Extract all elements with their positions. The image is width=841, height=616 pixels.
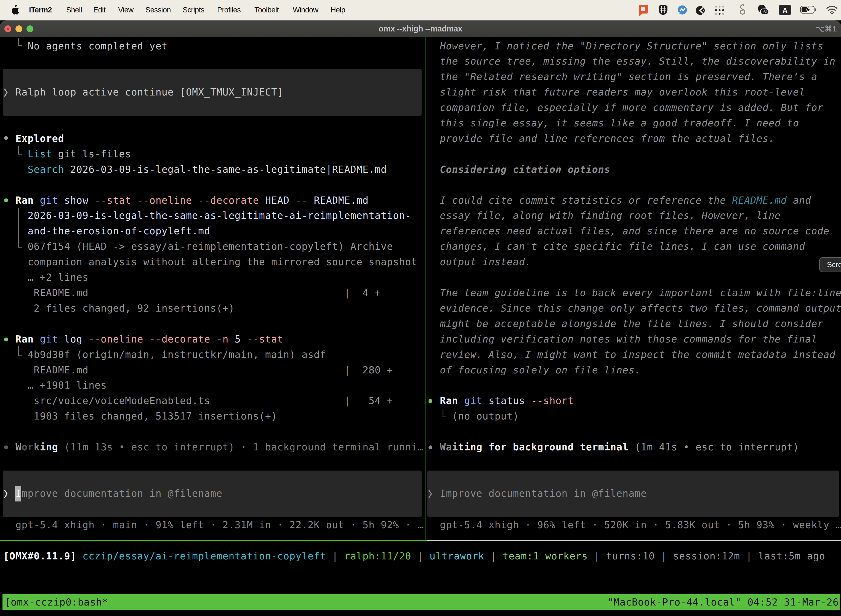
svg-text:..61: ..61 xyxy=(761,10,768,14)
svg-text:A: A xyxy=(782,6,787,14)
